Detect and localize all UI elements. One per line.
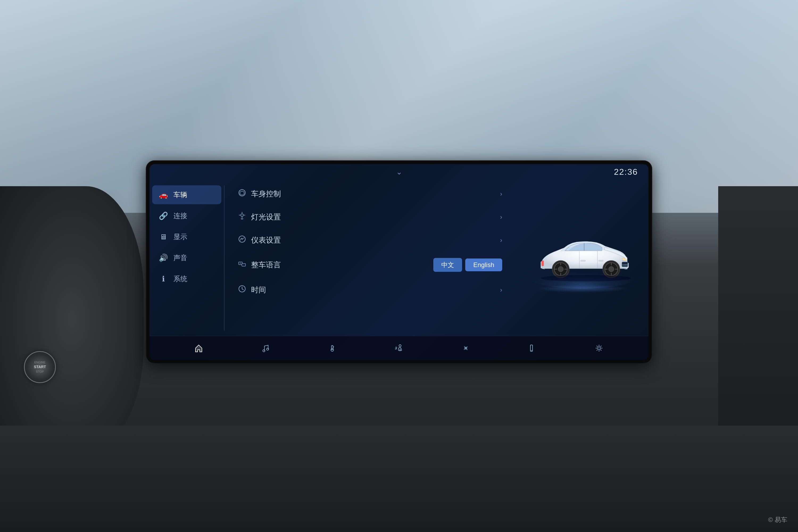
menu-item-time[interactable]: 时间 › [232,279,508,301]
svg-point-45 [399,344,401,347]
sidebar-item-vehicle[interactable]: 🚗 车辆 [152,185,221,204]
language-controls: 中文 English [433,258,502,272]
menu-label-light-settings: 灯光设置 [251,212,500,222]
svg-point-42 [331,348,334,351]
sidebar-label-system: 系统 [173,274,187,284]
svg-point-39 [263,349,265,352]
car-glow-effect [535,285,629,292]
svg-point-29 [558,267,564,272]
watermark: © 易车 [768,515,787,524]
display-icon: 🖥 [158,232,168,241]
taskbar-music-button[interactable] [255,341,276,355]
arrow-icon-time: › [500,286,502,293]
taskbar [150,336,648,360]
taskbar-temperature-button[interactable] [322,341,342,355]
menu-label-instrument: 仪表设置 [251,235,500,245]
svg-point-7 [242,239,243,240]
sidebar-item-system[interactable]: ℹ 系统 [152,269,221,288]
arrow-icon-instrument: › [500,236,502,244]
dashboard-right-panel [718,186,798,452]
vehicle-icon: 🚗 [158,190,168,199]
svg-rect-37 [598,260,603,262]
vent-area [0,425,798,532]
taskbar-ventilation-button[interactable] [389,341,409,355]
center-menu: 车身控制 › [225,180,515,336]
top-bar: ⌄ 22:36 [150,164,648,180]
connect-icon: 🔗 [158,211,168,220]
menu-item-instrument-settings[interactable]: 仪表设置 › [232,229,508,251]
english-language-button[interactable]: English [465,259,502,271]
sidebar-item-display[interactable]: 🖥 显示 [152,227,221,246]
taskbar-home-button[interactable] [189,341,209,355]
sidebar-label-display: 显示 [173,232,187,242]
start-stop-button[interactable]: ENGINE START STOP [24,351,56,383]
svg-point-1 [241,214,243,216]
main-content: 🚗 车辆 🔗 连接 🖥 显示 🔊 声音 [150,180,648,336]
sidebar-label-connect: 连接 [173,211,187,221]
instrument-icon [238,235,251,245]
arrow-icon-body-control: › [500,190,502,197]
sidebar-label-vehicle: 车辆 [173,190,187,200]
taskbar-fan-button[interactable] [456,341,476,355]
car-image: COWIN [526,224,638,292]
screen-display: ⌄ 22:36 🚗 车辆 🔗 连接 🖥 [150,164,648,360]
svg-rect-41 [331,345,333,349]
svg-point-47 [531,350,532,351]
menu-label-body-control: 车身控制 [251,189,500,199]
sidebar-item-sound[interactable]: 🔊 声音 [152,248,221,267]
svg-point-22 [609,267,614,272]
body-control-icon [238,189,251,199]
infotainment-screen-container: ⌄ 22:36 🚗 车辆 🔗 连接 🖥 [146,161,652,363]
menu-label-language: 整车语言 [251,260,433,270]
chinese-language-button[interactable]: 中文 [433,258,462,272]
taskbar-phone-button[interactable] [522,341,543,355]
taskbar-settings-button[interactable] [589,341,609,355]
sound-icon: 🔊 [158,253,168,262]
svg-point-34 [541,275,631,281]
svg-rect-19 [542,261,544,266]
dashboard-left-panel [0,186,144,452]
car-display: COWIN [515,180,648,336]
svg-point-40 [267,348,269,350]
light-icon [238,212,251,222]
svg-rect-9 [242,263,246,266]
menu-item-light-settings[interactable]: 灯光设置 › [232,206,508,228]
system-icon: ℹ [158,274,168,283]
time-display: 22:36 [614,167,638,177]
menu-item-body-control[interactable]: 车身控制 › [232,183,508,205]
menu-label-time: 时间 [251,285,500,295]
car-svg: COWIN [526,224,638,292]
chevron-down-icon[interactable]: ⌄ [396,168,402,176]
screen-bezel: ⌄ 22:36 🚗 车辆 🔗 连接 🖥 [146,161,652,363]
sidebar-label-sound: 声音 [173,253,187,263]
language-icon [238,260,251,270]
svg-point-48 [598,347,600,349]
menu-item-language: 整车语言 中文 English [232,252,508,278]
svg-rect-38 [581,260,586,262]
arrow-icon-light: › [500,213,502,221]
time-icon [238,285,251,295]
sidebar: 🚗 车辆 🔗 连接 🖥 显示 🔊 声音 [150,180,224,336]
svg-line-14 [242,289,243,290]
sidebar-item-connect[interactable]: 🔗 连接 [152,206,221,225]
svg-text:COWIN: COWIN [622,264,628,266]
